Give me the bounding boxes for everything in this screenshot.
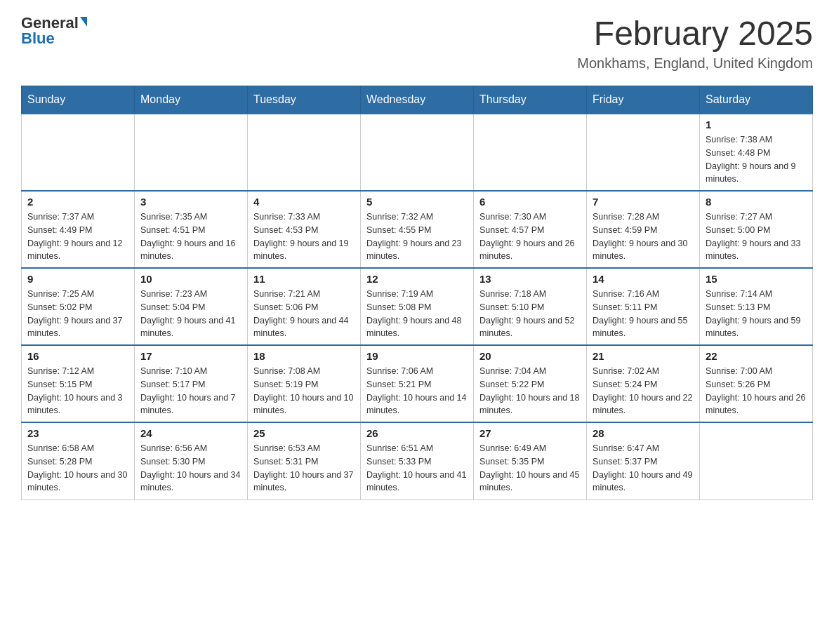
day-number: 17: [140, 350, 241, 362]
calendar-header-row: SundayMondayTuesdayWednesdayThursdayFrid…: [22, 86, 813, 114]
day-number: 4: [253, 196, 355, 208]
weekday-header-friday: Friday: [587, 86, 700, 114]
calendar-cell: 5Sunrise: 7:32 AMSunset: 4:55 PMDaylight…: [361, 191, 474, 268]
logo-arrow-icon: [80, 17, 87, 27]
weekday-header-saturday: Saturday: [700, 86, 813, 114]
day-info: Sunrise: 6:47 AMSunset: 5:37 PMDaylight:…: [593, 442, 694, 495]
calendar-week-row: 16Sunrise: 7:12 AMSunset: 5:15 PMDayligh…: [22, 345, 813, 422]
day-info: Sunrise: 6:51 AMSunset: 5:33 PMDaylight:…: [366, 442, 468, 495]
calendar-cell: 26Sunrise: 6:51 AMSunset: 5:33 PMDayligh…: [361, 422, 474, 499]
day-number: 2: [27, 196, 128, 208]
calendar-cell: [22, 114, 135, 191]
calendar-cell: 16Sunrise: 7:12 AMSunset: 5:15 PMDayligh…: [22, 345, 135, 422]
calendar-cell: 24Sunrise: 6:56 AMSunset: 5:30 PMDayligh…: [135, 422, 248, 499]
calendar-cell: 28Sunrise: 6:47 AMSunset: 5:37 PMDayligh…: [587, 422, 700, 499]
day-number: 18: [253, 350, 355, 362]
calendar-table: SundayMondayTuesdayWednesdayThursdayFrid…: [21, 86, 813, 500]
day-info: Sunrise: 7:25 AMSunset: 5:02 PMDaylight:…: [27, 288, 128, 340]
day-number: 13: [479, 273, 581, 285]
day-info: Sunrise: 7:27 AMSunset: 5:00 PMDaylight:…: [706, 210, 807, 263]
calendar-week-row: 1Sunrise: 7:38 AMSunset: 4:48 PMDaylight…: [22, 114, 813, 191]
day-info: Sunrise: 7:02 AMSunset: 5:24 PMDaylight:…: [593, 365, 694, 417]
day-number: 27: [479, 427, 581, 439]
day-number: 11: [253, 273, 355, 285]
day-number: 23: [27, 427, 128, 439]
day-info: Sunrise: 6:56 AMSunset: 5:30 PMDaylight:…: [140, 442, 241, 495]
calendar-cell: 18Sunrise: 7:08 AMSunset: 5:19 PMDayligh…: [248, 345, 361, 422]
day-info: Sunrise: 7:00 AMSunset: 5:26 PMDaylight:…: [706, 365, 807, 417]
title-section: February 2025 Monkhams, England, United …: [577, 14, 813, 72]
day-number: 3: [140, 196, 241, 208]
day-info: Sunrise: 7:21 AMSunset: 5:06 PMDaylight:…: [253, 288, 355, 340]
day-number: 20: [479, 350, 581, 362]
day-number: 21: [593, 350, 694, 362]
day-info: Sunrise: 7:23 AMSunset: 5:04 PMDaylight:…: [140, 288, 241, 340]
calendar-cell: 9Sunrise: 7:25 AMSunset: 5:02 PMDaylight…: [22, 268, 135, 345]
calendar-cell: 4Sunrise: 7:33 AMSunset: 4:53 PMDaylight…: [248, 191, 361, 268]
day-number: 9: [27, 273, 128, 285]
weekday-header-tuesday: Tuesday: [248, 86, 361, 114]
day-number: 22: [706, 350, 807, 362]
day-info: Sunrise: 7:35 AMSunset: 4:51 PMDaylight:…: [140, 210, 241, 263]
day-info: Sunrise: 7:18 AMSunset: 5:10 PMDaylight:…: [479, 288, 581, 340]
weekday-header-monday: Monday: [135, 86, 248, 114]
day-info: Sunrise: 6:53 AMSunset: 5:31 PMDaylight:…: [253, 442, 355, 495]
day-info: Sunrise: 7:06 AMSunset: 5:21 PMDaylight:…: [366, 365, 468, 417]
calendar-week-row: 9Sunrise: 7:25 AMSunset: 5:02 PMDaylight…: [22, 268, 813, 345]
calendar-cell: 15Sunrise: 7:14 AMSunset: 5:13 PMDayligh…: [700, 268, 813, 345]
day-info: Sunrise: 7:38 AMSunset: 4:48 PMDaylight:…: [706, 133, 807, 186]
calendar-cell: 21Sunrise: 7:02 AMSunset: 5:24 PMDayligh…: [587, 345, 700, 422]
day-number: 12: [366, 273, 468, 285]
day-info: Sunrise: 7:04 AMSunset: 5:22 PMDaylight:…: [479, 365, 581, 417]
day-number: 8: [706, 196, 807, 208]
calendar-cell: 1Sunrise: 7:38 AMSunset: 4:48 PMDaylight…: [700, 114, 813, 191]
day-number: 15: [706, 273, 807, 285]
day-info: Sunrise: 7:12 AMSunset: 5:15 PMDaylight:…: [27, 365, 128, 417]
day-number: 25: [253, 427, 355, 439]
calendar-cell: 23Sunrise: 6:58 AMSunset: 5:28 PMDayligh…: [22, 422, 135, 499]
calendar-cell: 12Sunrise: 7:19 AMSunset: 5:08 PMDayligh…: [361, 268, 474, 345]
calendar-cell: 19Sunrise: 7:06 AMSunset: 5:21 PMDayligh…: [361, 345, 474, 422]
calendar-cell: 25Sunrise: 6:53 AMSunset: 5:31 PMDayligh…: [248, 422, 361, 499]
calendar-cell: 7Sunrise: 7:28 AMSunset: 4:59 PMDaylight…: [587, 191, 700, 268]
calendar-cell: 6Sunrise: 7:30 AMSunset: 4:57 PMDaylight…: [474, 191, 587, 268]
calendar-cell: [248, 114, 361, 191]
logo-blue-text: Blue: [21, 29, 55, 48]
day-info: Sunrise: 7:32 AMSunset: 4:55 PMDaylight:…: [366, 210, 468, 263]
location-text: Monkhams, England, United Kingdom: [577, 55, 813, 72]
calendar-cell: 20Sunrise: 7:04 AMSunset: 5:22 PMDayligh…: [474, 345, 587, 422]
weekday-header-wednesday: Wednesday: [361, 86, 474, 114]
day-number: 5: [366, 196, 468, 208]
calendar-cell: [361, 114, 474, 191]
calendar-cell: 11Sunrise: 7:21 AMSunset: 5:06 PMDayligh…: [248, 268, 361, 345]
day-info: Sunrise: 7:30 AMSunset: 4:57 PMDaylight:…: [479, 210, 581, 263]
day-info: Sunrise: 7:10 AMSunset: 5:17 PMDaylight:…: [140, 365, 241, 417]
logo: General Blue: [21, 14, 87, 48]
calendar-cell: 27Sunrise: 6:49 AMSunset: 5:35 PMDayligh…: [474, 422, 587, 499]
month-title: February 2025: [577, 14, 813, 53]
day-info: Sunrise: 7:14 AMSunset: 5:13 PMDaylight:…: [706, 288, 807, 340]
day-info: Sunrise: 7:28 AMSunset: 4:59 PMDaylight:…: [593, 210, 694, 263]
day-info: Sunrise: 7:33 AMSunset: 4:53 PMDaylight:…: [253, 210, 355, 263]
calendar-cell: [700, 422, 813, 499]
day-info: Sunrise: 7:37 AMSunset: 4:49 PMDaylight:…: [27, 210, 128, 263]
weekday-header-thursday: Thursday: [474, 86, 587, 114]
day-info: Sunrise: 6:58 AMSunset: 5:28 PMDaylight:…: [27, 442, 128, 495]
calendar-cell: 10Sunrise: 7:23 AMSunset: 5:04 PMDayligh…: [135, 268, 248, 345]
calendar-cell: 22Sunrise: 7:00 AMSunset: 5:26 PMDayligh…: [700, 345, 813, 422]
weekday-header-sunday: Sunday: [22, 86, 135, 114]
day-number: 14: [593, 273, 694, 285]
day-number: 10: [140, 273, 241, 285]
calendar-cell: 17Sunrise: 7:10 AMSunset: 5:17 PMDayligh…: [135, 345, 248, 422]
day-info: Sunrise: 7:08 AMSunset: 5:19 PMDaylight:…: [253, 365, 355, 417]
day-number: 1: [706, 119, 807, 130]
day-number: 28: [593, 427, 694, 439]
page-header: General Blue February 2025 Monkhams, Eng…: [21, 14, 813, 72]
calendar-cell: 14Sunrise: 7:16 AMSunset: 5:11 PMDayligh…: [587, 268, 700, 345]
day-info: Sunrise: 7:19 AMSunset: 5:08 PMDaylight:…: [366, 288, 468, 340]
day-number: 7: [593, 196, 694, 208]
day-info: Sunrise: 6:49 AMSunset: 5:35 PMDaylight:…: [479, 442, 581, 495]
day-info: Sunrise: 7:16 AMSunset: 5:11 PMDaylight:…: [593, 288, 694, 340]
day-number: 6: [479, 196, 581, 208]
calendar-week-row: 23Sunrise: 6:58 AMSunset: 5:28 PMDayligh…: [22, 422, 813, 499]
